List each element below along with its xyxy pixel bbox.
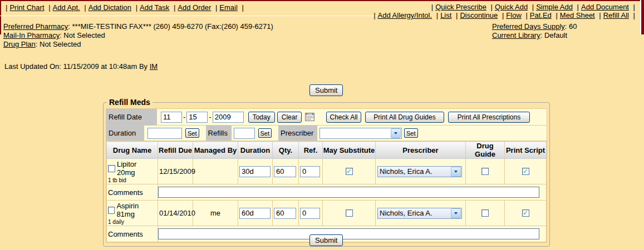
drug-select-checkbox[interactable] [108,207,115,214]
nav-med-sheet[interactable]: Med Sheet [560,11,595,19]
top-nav-right-line1: |Quick Prescribe |Quick Add |Simple Add … [371,3,637,11]
refill-meds-table: Drug Name Refill Due Managed By Duration… [106,141,547,242]
drug-name: Aspirin 81mg [116,202,156,218]
nav-add-dictation[interactable]: Add Dictation [89,3,131,12]
bulk-actions: Check All Print All Drug Guides Print Al… [326,112,530,123]
nav-separator: | [6,3,7,12]
nav-separator: | [136,3,137,12]
comments-label: Comments [107,226,158,242]
nav-separator: | [555,11,557,19]
frame-left-edge [0,0,1,34]
prescriber-set-button[interactable]: Set [404,128,418,138]
drug-row-lipitor: Lipitor 20mg 1 tb bid 12/15/2009 ✓ Nicho… [107,159,547,184]
may-substitute-checkbox[interactable]: ✓ [346,168,353,175]
drug-name-cell: Aspirin 81mg 1 daily [107,201,158,226]
nav-separator: | [599,11,601,19]
nav-separator: | [502,11,504,19]
calendar-icon-graphic [305,113,314,121]
nav-add-apt[interactable]: Add Apt. [53,3,80,12]
nav-separator: | [577,3,579,11]
drug-plan-link[interactable]: Drug Plan [3,40,36,48]
submit-button-top[interactable]: Submit [309,84,343,96]
frame-separator [0,16,387,16]
prescriber-set-select[interactable] [319,128,402,139]
header-duration: Duration [238,142,273,159]
nav-print-chart[interactable]: Print Chart [9,3,44,12]
prescriber-value: Nichols, Erica A. [378,167,450,176]
nav-flow[interactable]: Flow [506,11,521,19]
nav-separator: | [456,11,458,19]
submit-button-bottom[interactable]: Submit [309,234,343,246]
dropdown-arrow-icon [451,208,461,218]
refills-set-input[interactable] [234,128,255,139]
drug-plan-line: Drug Plan: Not Selected [3,40,273,49]
nav-refill-all[interactable]: Refill All [603,11,629,19]
qty-input[interactable] [274,166,296,177]
header-managed-by: Managed By [193,142,238,159]
nav-email[interactable]: Email [219,3,238,12]
nav-list[interactable]: List [440,11,451,19]
nav-separator: | [174,3,175,12]
print-all-prescriptions-button[interactable]: Print All Prescriptions [448,112,530,123]
days-supply-line: Preferred Days Supply: 60 [492,22,577,31]
duration-set-button[interactable]: Set [185,128,199,138]
drug-sig: 1 daily [108,219,156,225]
nav-add-document[interactable]: Add Document [581,3,629,11]
nav-quick-add[interactable]: Quick Add [495,3,528,11]
nav-add-task[interactable]: Add Task [140,3,169,12]
comments-input[interactable] [158,187,539,198]
duration-input[interactable] [239,208,271,219]
nav-pat-ed[interactable]: Pat.Ed [530,11,552,19]
managed-by-cell: me [193,201,238,226]
preferred-pharmacy-link[interactable]: Preferred Pharmacy [3,22,68,31]
duration-input[interactable] [239,166,271,177]
clear-button[interactable]: Clear [277,112,302,123]
refill-grid: Refill Date - - Today Clear [106,108,547,243]
refill-month-input[interactable] [161,112,182,123]
last-updated-by-link[interactable]: IM [150,62,158,71]
date-dash: - [183,113,185,121]
nav-discontinue[interactable]: Discontinue [460,11,498,19]
nav-add-order[interactable]: Add Order [178,3,211,12]
refill-day-input[interactable] [186,112,208,123]
prescriber-select[interactable]: Nichols, Erica A. [377,208,462,219]
days-supply-link[interactable]: Preferred Days Supply [492,22,565,31]
header-may-substitute: May Substitute [323,142,376,159]
frame-top-edge [0,0,644,1]
last-updated: Last Updated On: 11/15/2009 at 10:48am B… [4,62,158,71]
drug-name-cell: Lipitor 20mg 1 tb bid [107,159,158,184]
comments-input[interactable] [158,228,539,239]
nav-simple-add[interactable]: Simple Add [536,3,573,11]
calendar-icon[interactable] [305,113,314,121]
may-substitute-checkbox[interactable] [346,209,353,217]
drug-plan-value: : Not Selected [36,40,81,48]
drug-select-checkbox[interactable] [108,165,115,172]
drug-row-aspirin: Aspirin 81mg 1 daily 01/14/2010 me Nicho… [107,201,547,226]
refills-set-button[interactable]: Set [258,128,272,138]
nav-add-allergy[interactable]: Add Allergy/Intol. [378,11,432,19]
refill-year-input[interactable] [213,112,244,123]
check-all-button[interactable]: Check All [326,112,361,123]
header-drug-guide: Drug Guide [466,142,505,159]
print-all-drug-guides-button[interactable]: Print All Drug Guides [365,112,444,123]
nav-quick-prescribe[interactable]: Quick Prescribe [435,3,486,11]
mail-in-pharmacy-link[interactable]: Mail-In Pharmacy [3,31,60,39]
nav-separator: | [84,3,86,12]
qty-input[interactable] [274,208,296,219]
today-button[interactable]: Today [248,112,275,123]
print-script-checkbox[interactable]: ✓ [522,209,529,217]
nav-separator: | [633,11,635,19]
duration-set-input[interactable] [148,128,182,139]
prescriber-select[interactable]: Nichols, Erica A. [377,166,462,177]
current-library-link[interactable]: Current Library [492,31,540,39]
drug-guide-checkbox[interactable] [481,168,489,175]
pharmacy-info: Preferred Pharmacy: ***MIE-TESTING FAX**… [3,22,273,49]
print-script-checkbox[interactable]: ✓ [522,168,529,175]
header-prescriber: Prescriber [376,142,466,159]
ref-input[interactable] [300,208,320,219]
drug-guide-checkbox[interactable] [481,209,489,217]
ref-input[interactable] [300,166,320,177]
frame-right-edge [641,0,644,34]
refill-date-label: Refill Date [106,109,157,125]
comments-label: Comments [107,184,158,201]
